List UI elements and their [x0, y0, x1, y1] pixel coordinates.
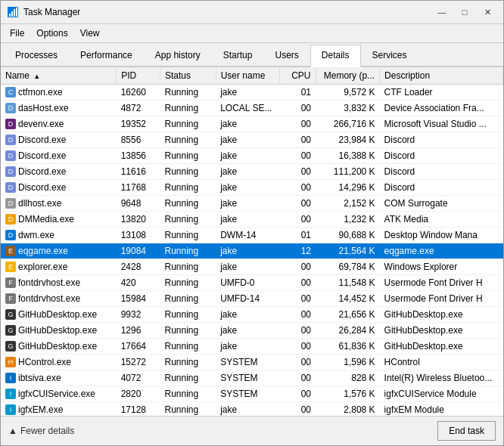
col-header-mem[interactable]: Memory (p...: [316, 67, 380, 85]
tab-services[interactable]: Services: [361, 45, 418, 66]
end-task-button[interactable]: End task: [437, 421, 496, 441]
col-header-user[interactable]: User name: [216, 67, 279, 85]
main-content: Name ▲ PID Status User name CPU Memory (…: [1, 67, 503, 416]
proc-icon: F: [5, 293, 16, 304]
fewer-details-label: Fewer details: [20, 426, 74, 436]
menu-file[interactable]: File: [4, 26, 30, 41]
menu-options[interactable]: Options: [30, 26, 73, 41]
table-row[interactable]: I igfxEM.exe 17128 Running jake 00 2,808…: [1, 402, 503, 417]
proc-desc: CTF Loader: [380, 85, 503, 101]
menu-view[interactable]: View: [74, 26, 106, 41]
table-row[interactable]: D Discord.exe 8556 Running jake 00 23,98…: [1, 132, 503, 148]
col-header-name[interactable]: Name ▲: [1, 67, 117, 85]
proc-pid: 9648: [117, 196, 160, 212]
proc-cpu: 00: [280, 164, 316, 180]
col-header-status[interactable]: Status: [160, 67, 216, 85]
table-row[interactable]: D dwm.exe 13108 Running DWM-14 01 90,688…: [1, 228, 503, 243]
proc-user: SYSTEM: [216, 386, 279, 402]
table-row[interactable]: I ibtsiva.exe 4072 Running SYSTEM 00 828…: [1, 370, 503, 386]
window-controls: — □ ✕: [432, 5, 497, 19]
proc-name: C ctfmon.exe: [1, 85, 117, 101]
table-row[interactable]: D Discord.exe 11616 Running jake 00 111,…: [1, 164, 503, 180]
proc-cpu: 00: [280, 323, 316, 339]
menu-bar: File Options View: [1, 24, 503, 43]
proc-cpu: 00: [280, 386, 316, 402]
minimize-button[interactable]: —: [432, 5, 452, 19]
table-row[interactable]: D DMMedia.exe 13820 Running jake 00 1,23…: [1, 212, 503, 228]
proc-pid: 4072: [117, 370, 160, 386]
proc-desc: Discord: [380, 180, 503, 196]
proc-status: Running: [160, 402, 216, 417]
proc-status: Running: [160, 291, 216, 307]
svg-rect-4: [16, 8, 17, 17]
proc-cpu: 00: [280, 259, 316, 275]
proc-name: D Discord.exe: [1, 164, 117, 180]
proc-mem: 111,200 K: [316, 164, 380, 180]
proc-desc: eqgame.exe: [380, 243, 503, 259]
table-row[interactable]: D Discord.exe 13856 Running jake 00 16,3…: [1, 148, 503, 164]
tab-performance[interactable]: Performance: [69, 45, 144, 66]
process-table-container[interactable]: Name ▲ PID Status User name CPU Memory (…: [1, 67, 503, 416]
table-row[interactable]: D Discord.exe 11768 Running jake 00 14,2…: [1, 180, 503, 196]
proc-cpu: 00: [280, 212, 316, 228]
proc-icon: H: [5, 357, 16, 367]
fewer-details-button[interactable]: ▲ Fewer details: [8, 426, 74, 436]
table-row[interactable]: D devenv.exe 19352 Running jake 00 266,7…: [1, 116, 503, 132]
table-row[interactable]: F fontdrvhost.exe 15984 Running UMFD-14 …: [1, 291, 503, 307]
col-header-cpu[interactable]: CPU: [280, 67, 316, 85]
proc-status: Running: [160, 180, 216, 196]
proc-pid: 17664: [117, 339, 160, 355]
table-row[interactable]: E explorer.exe 2428 Running jake 00 69,7…: [1, 259, 503, 275]
proc-name: E explorer.exe: [1, 259, 117, 275]
proc-pid: 19084: [117, 243, 160, 259]
proc-cpu: 00: [280, 307, 316, 323]
proc-user: jake: [216, 339, 279, 355]
col-header-pid[interactable]: PID: [117, 67, 160, 85]
proc-cpu: 00: [280, 291, 316, 307]
table-row[interactable]: D dasHost.exe 4872 Running LOCAL SE... 0…: [1, 101, 503, 116]
proc-name: D dllhost.exe: [1, 196, 117, 212]
tab-users[interactable]: Users: [263, 45, 310, 66]
proc-status: Running: [160, 196, 216, 212]
col-header-desc[interactable]: Description: [380, 67, 503, 85]
proc-pid: 13820: [117, 212, 160, 228]
proc-icon: E: [5, 246, 16, 256]
proc-status: Running: [160, 307, 216, 323]
tab-startup[interactable]: Startup: [212, 45, 264, 66]
table-row[interactable]: H HControl.exe 15272 Running SYSTEM 00 1…: [1, 355, 503, 370]
proc-icon: D: [5, 230, 16, 240]
proc-pid: 15272: [117, 355, 160, 370]
proc-icon: D: [5, 103, 16, 113]
tab-app-history[interactable]: App history: [144, 45, 212, 66]
proc-pid: 11768: [117, 180, 160, 196]
task-manager-window: Task Manager — □ ✕ File Options View Pro…: [0, 0, 504, 446]
tab-details[interactable]: Details: [310, 45, 361, 67]
table-row[interactable]: D dllhost.exe 9648 Running jake 00 2,152…: [1, 196, 503, 212]
proc-icon: G: [5, 309, 16, 320]
proc-name: D Discord.exe: [1, 180, 117, 196]
proc-status: Running: [160, 228, 216, 243]
proc-cpu: 00: [280, 180, 316, 196]
proc-pid: 8556: [117, 132, 160, 148]
proc-desc: Usermode Font Driver H: [380, 275, 503, 291]
table-row[interactable]: G GitHubDesktop.exe 9932 Running jake 00…: [1, 307, 503, 323]
proc-status: Running: [160, 370, 216, 386]
table-row[interactable]: I igfxCUIService.exe 2820 Running SYSTEM…: [1, 386, 503, 402]
table-row[interactable]: E eqgame.exe 19084 Running jake 12 21,56…: [1, 243, 503, 259]
proc-desc: Windows Explorer: [380, 259, 503, 275]
proc-cpu: 00: [280, 116, 316, 132]
proc-pid: 2820: [117, 386, 160, 402]
proc-name: E eqgame.exe: [1, 243, 117, 259]
proc-icon: G: [5, 341, 16, 352]
footer: ▲ Fewer details End task: [1, 416, 503, 445]
proc-cpu: 00: [280, 275, 316, 291]
proc-status: Running: [160, 164, 216, 180]
table-row[interactable]: G GitHubDesktop.exe 17664 Running jake 0…: [1, 339, 503, 355]
table-row[interactable]: G GitHubDesktop.exe 1296 Running jake 00…: [1, 323, 503, 339]
proc-cpu: 00: [280, 355, 316, 370]
maximize-button[interactable]: □: [455, 5, 474, 19]
table-row[interactable]: C ctfmon.exe 16260 Running jake 01 9,572…: [1, 85, 503, 101]
tab-processes[interactable]: Processes: [4, 45, 69, 66]
close-button[interactable]: ✕: [478, 5, 497, 19]
table-row[interactable]: F fontdrvhost.exe 420 Running UMFD-0 00 …: [1, 275, 503, 291]
